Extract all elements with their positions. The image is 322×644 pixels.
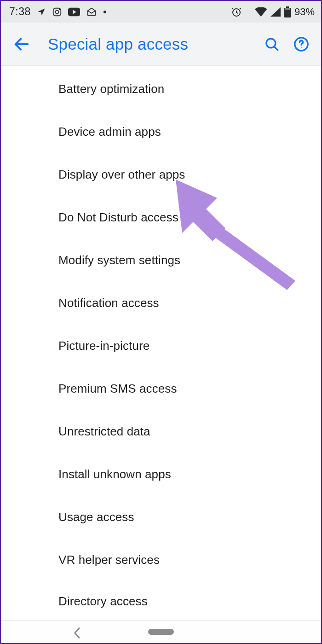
item-modify-system-settings[interactable]: Modify system settings bbox=[1, 239, 321, 282]
status-bar: 7:38 93% bbox=[1, 1, 321, 23]
chevron-left-icon bbox=[73, 627, 81, 639]
item-install-unknown-apps[interactable]: Install unknown apps bbox=[1, 453, 321, 496]
search-icon bbox=[264, 36, 280, 52]
svg-rect-8 bbox=[285, 8, 290, 9]
help-button[interactable] bbox=[293, 36, 309, 52]
alarm-icon bbox=[231, 6, 242, 17]
battery-icon bbox=[284, 6, 291, 17]
location-icon bbox=[37, 7, 46, 17]
cell-signal-icon bbox=[270, 7, 281, 17]
list-item-label: Battery optimization bbox=[58, 82, 164, 96]
item-device-admin-apps[interactable]: Device admin apps bbox=[1, 110, 321, 153]
item-notification-access[interactable]: Notification access bbox=[1, 282, 321, 325]
item-battery-optimization[interactable]: Battery optimization bbox=[1, 68, 321, 110]
help-icon bbox=[293, 36, 309, 52]
mail-icon bbox=[86, 7, 97, 17]
item-premium-sms-access[interactable]: Premium SMS access bbox=[1, 367, 321, 410]
list-item-label: Device admin apps bbox=[58, 125, 161, 139]
list-item-label: Modify system settings bbox=[58, 253, 180, 267]
instagram-icon bbox=[52, 7, 62, 17]
item-do-not-disturb-access[interactable]: Do Not Disturb access bbox=[1, 196, 321, 239]
app-bar: Special app access bbox=[1, 23, 321, 66]
list-item-label: Notification access bbox=[58, 296, 159, 310]
arrow-left-icon bbox=[12, 35, 31, 53]
back-button[interactable] bbox=[6, 35, 38, 53]
app-bar-actions bbox=[264, 36, 309, 52]
svg-point-1 bbox=[55, 10, 58, 13]
list-item-label: Usage access bbox=[58, 510, 134, 524]
list-item-label: VR helper services bbox=[58, 553, 160, 567]
list-item-label: Install unknown apps bbox=[58, 467, 171, 482]
item-directory-access[interactable]: Directory access bbox=[1, 581, 321, 621]
youtube-icon bbox=[68, 7, 80, 17]
svg-point-2 bbox=[59, 9, 60, 10]
list-item-label: Display over other apps bbox=[58, 168, 185, 182]
list-item-label: Premium SMS access bbox=[58, 382, 177, 396]
item-unrestricted-data[interactable]: Unrestricted data bbox=[1, 410, 321, 453]
status-right: 93% bbox=[231, 6, 315, 18]
list-item-label: Do Not Disturb access bbox=[58, 210, 178, 225]
page-title: Special app access bbox=[48, 35, 264, 53]
status-time: 7:38 bbox=[9, 6, 31, 18]
list-item-label: Picture-in-picture bbox=[58, 339, 150, 353]
more-dot-icon bbox=[103, 10, 107, 14]
item-picture-in-picture[interactable]: Picture-in-picture bbox=[1, 325, 321, 367]
status-left: 7:38 bbox=[9, 6, 107, 18]
settings-list: Battery optimization Device admin apps D… bbox=[1, 66, 321, 621]
nav-back-button[interactable] bbox=[73, 627, 81, 641]
svg-point-11 bbox=[301, 47, 302, 48]
item-display-over-other-apps[interactable]: Display over other apps bbox=[1, 153, 321, 196]
list-item-label: Directory access bbox=[58, 594, 148, 609]
item-vr-helper-services[interactable]: VR helper services bbox=[1, 539, 321, 581]
home-pill[interactable] bbox=[148, 629, 174, 635]
battery-percent: 93% bbox=[294, 6, 315, 18]
svg-point-4 bbox=[104, 11, 106, 13]
search-button[interactable] bbox=[264, 36, 280, 52]
list-item-label: Unrestricted data bbox=[58, 424, 150, 439]
item-usage-access[interactable]: Usage access bbox=[1, 496, 321, 539]
wifi-icon bbox=[255, 7, 267, 17]
svg-rect-7 bbox=[286, 6, 289, 8]
navigation-bar bbox=[1, 620, 321, 643]
